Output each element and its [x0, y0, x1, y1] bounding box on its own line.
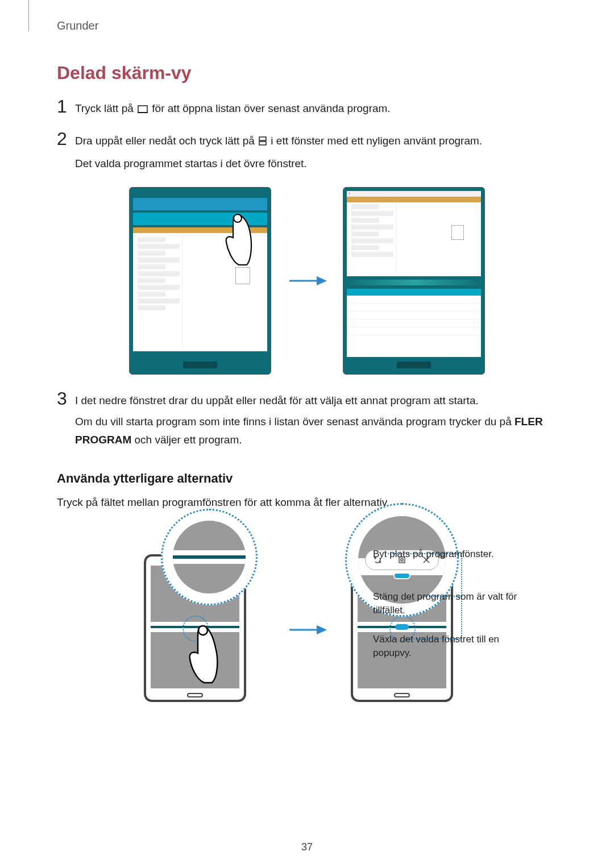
- step-body: Tryck lätt på för att öppna listan över …: [75, 99, 391, 122]
- margin-rule: [28, 0, 29, 31]
- step-number: 2: [57, 130, 75, 148]
- page-content: Delad skärm-vy 1 Tryck lätt på för att ö…: [57, 63, 557, 708]
- figure-options: Byt plats på programfönster. Stäng det p…: [57, 526, 557, 708]
- step2-l1-before: Dra uppåt eller nedåt och tryck lätt på: [75, 135, 258, 147]
- svg-marker-9: [317, 625, 327, 634]
- annotation-popup: Växla det valda fönstret till en popupvy…: [373, 633, 526, 660]
- figure-step2: ▾: [57, 187, 557, 375]
- zoom-circle-divider: [161, 509, 258, 605]
- section-title: Delad skärm-vy: [57, 63, 557, 84]
- step-number: 1: [57, 97, 75, 115]
- tablet-recent-apps: [129, 187, 271, 375]
- split-view-icon: [259, 133, 267, 151]
- step-2: 2 Dra uppåt eller nedåt och tryck lätt p…: [57, 132, 557, 176]
- annotation-close: Stäng det program som är valt för tillfä…: [373, 590, 526, 617]
- step-number: 3: [57, 389, 75, 408]
- step-3: 3 I det nedre fönstret drar du uppåt ell…: [57, 392, 557, 452]
- svg-rect-2: [259, 137, 266, 140]
- tablet-split-view: ▾: [343, 187, 485, 375]
- subtext: Tryck på fältet mellan programfönstren f…: [57, 494, 557, 511]
- step-1: 1 Tryck lätt på för att öppna listan öve…: [57, 99, 557, 122]
- step3-l2-before: Om du vill starta program som inte finns…: [75, 416, 515, 427]
- svg-marker-6: [317, 276, 327, 285]
- annotation-swap: Byt plats på programfönster.: [373, 547, 526, 561]
- step1-text-before: Tryck lätt på: [75, 102, 136, 114]
- page-number: 37: [301, 841, 313, 853]
- step2-l2: Det valda programmet startas i det övre …: [75, 155, 482, 172]
- arrow-right-icon: [287, 273, 327, 289]
- step1-text-after: för att öppna listan över senast använda…: [152, 102, 390, 114]
- hand-tap-icon: [184, 622, 223, 685]
- step-body: Dra uppåt eller nedåt och tryck lätt på …: [75, 132, 482, 176]
- step3-l1: I det nedre fönstret drar du uppåt eller…: [75, 392, 557, 409]
- step3-l2-after: och väljer ett program.: [131, 434, 242, 446]
- recent-apps-icon: [138, 101, 148, 118]
- subheading: Använda ytterligare alternativ: [57, 471, 557, 486]
- arrow-right-icon: [287, 622, 327, 640]
- step-body: I det nedre fönstret drar du uppåt eller…: [75, 392, 557, 452]
- svg-rect-0: [138, 106, 147, 113]
- svg-point-7: [198, 626, 208, 635]
- step2-l1-after: i ett fönster med ett nyligen använt pro…: [271, 135, 482, 147]
- breadcrumb: Grunder: [57, 19, 98, 32]
- svg-rect-3: [259, 142, 266, 145]
